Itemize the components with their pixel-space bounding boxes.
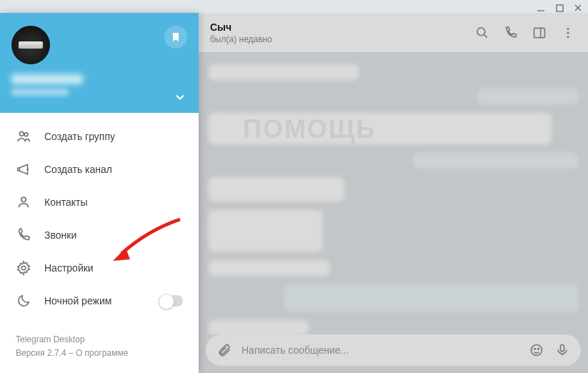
svg-point-16 — [24, 132, 28, 136]
version-line: Версия 2.7.4 – О программе — [16, 347, 183, 360]
profile-name — [11, 74, 83, 84]
avatar[interactable] — [11, 26, 50, 64]
expand-accounts-icon[interactable] — [173, 90, 187, 104]
main-menu-panel: Создать группу Создать канал Контакты Зв… — [0, 13, 199, 373]
moon-icon — [16, 293, 31, 309]
menu-label: Создать группу — [44, 131, 115, 142]
menu-label: Ночной режим — [44, 295, 111, 307]
megaphone-icon — [16, 161, 31, 177]
phone-icon — [16, 227, 31, 243]
night-mode-toggle[interactable] — [159, 295, 183, 307]
gear-icon — [16, 260, 31, 276]
menu-label: Контакты — [44, 197, 87, 208]
menu-item-contacts[interactable]: Контакты — [0, 186, 199, 219]
menu-item-night-mode[interactable]: Ночной режим — [0, 284, 199, 317]
menu-footer: Telegram Desktop Версия 2.7.4 – О програ… — [0, 324, 199, 373]
contact-icon — [16, 194, 31, 210]
close-button[interactable] — [572, 3, 584, 13]
minimize-button[interactable] — [535, 3, 547, 13]
menu-item-new-channel[interactable]: Создать канал — [0, 153, 199, 186]
window-controls — [535, 0, 584, 13]
group-icon — [16, 129, 31, 144]
saved-messages-icon[interactable] — [164, 26, 187, 49]
version-text: Версия 2.7.4 – — [16, 348, 76, 358]
maximize-button[interactable] — [554, 3, 565, 13]
menu-label: Создать канал — [44, 164, 112, 175]
svg-point-15 — [19, 131, 24, 136]
profile-phone — [11, 89, 69, 96]
app-name: Telegram Desktop — [16, 333, 183, 347]
menu-item-settings[interactable]: Настройки — [0, 252, 199, 284]
menu-list: Создать группу Создать канал Контакты Зв… — [0, 113, 199, 324]
svg-point-18 — [21, 266, 26, 270]
menu-label: Настройки — [44, 262, 94, 274]
about-link[interactable]: О программе — [76, 348, 128, 358]
menu-item-new-group[interactable]: Создать группу — [0, 120, 199, 153]
app-window: Сыч был(а) недавно ПОМОЩЬ — [0, 0, 588, 373]
menu-header — [0, 13, 199, 113]
dim-overlay[interactable] — [199, 13, 588, 373]
svg-rect-1 — [557, 5, 563, 11]
svg-point-17 — [21, 197, 26, 202]
menu-item-calls[interactable]: Звонки — [0, 219, 199, 252]
menu-label: Звонки — [44, 229, 76, 241]
